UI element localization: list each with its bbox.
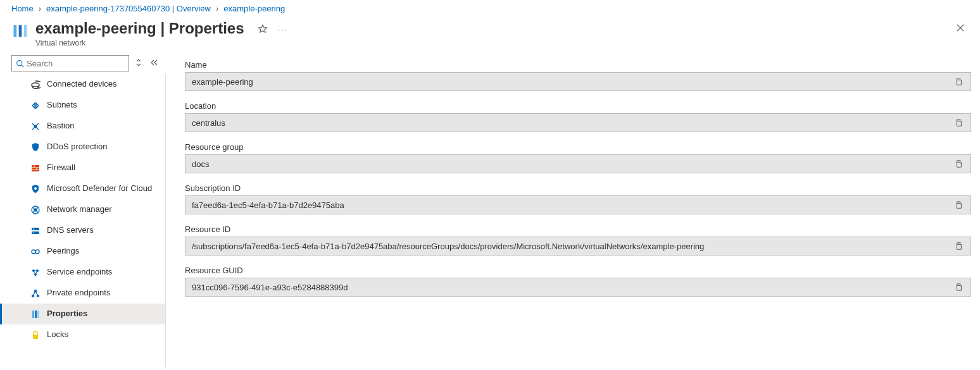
sidebar-item-label: Service endpoints	[47, 267, 112, 277]
svg-rect-38	[957, 203, 961, 208]
copy-button[interactable]	[953, 240, 964, 252]
svg-rect-1	[19, 25, 22, 37]
sidebar-item-label: Network manager	[47, 204, 112, 214]
svg-line-6	[22, 65, 23, 66]
sidebar-item-microsoft-defender-for-cloud[interactable]: Microsoft Defender for Cloud	[0, 178, 165, 199]
sidebar-item-label: Microsoft Defender for Cloud	[47, 183, 152, 194]
property-field: Resource GUID931cc096-7596-491e-a93c-e52…	[185, 266, 971, 297]
sidebar-item-locks[interactable]: Locks	[0, 324, 165, 345]
property-field: Nameexample-peering	[185, 60, 971, 91]
search-icon	[16, 59, 24, 68]
page-title: example-peering | Properties	[35, 20, 244, 37]
copy-button[interactable]	[953, 76, 964, 87]
sidebar-search-box[interactable]	[11, 55, 129, 71]
sidebar-item-service-endpoints[interactable]: Service endpoints	[0, 262, 165, 283]
property-field: Resource ID/subscriptions/fa7eed6a-1ec5-…	[185, 225, 971, 256]
property-value-box: fa7eed6a-1ec5-4efa-b71a-b7d2e9475aba	[185, 195, 971, 214]
subnets-icon	[30, 101, 41, 111]
copy-button[interactable]	[953, 281, 964, 293]
sidebar-item-properties[interactable]: Properties	[0, 304, 165, 324]
sidebar-item-label: Bastion	[47, 121, 74, 131]
property-value: centralus	[192, 118, 953, 128]
property-label: Name	[185, 60, 971, 70]
sidebar-search-row	[0, 52, 166, 74]
defender-icon	[30, 184, 41, 194]
svg-point-18	[34, 209, 37, 211]
svg-rect-35	[957, 80, 961, 85]
sidebar-item-label: Connected devices	[47, 79, 117, 89]
breadcrumb-link-home[interactable]: Home	[11, 4, 34, 13]
copy-button[interactable]	[953, 117, 964, 128]
favorite-button[interactable]	[256, 22, 270, 36]
svg-point-21	[33, 228, 34, 230]
vnet-icon	[11, 22, 29, 40]
property-label: Resource group	[185, 142, 971, 152]
copy-button[interactable]	[953, 158, 964, 170]
svg-point-7	[32, 83, 39, 87]
sidebar-item-label: Properties	[47, 309, 87, 319]
sidebar-item-label: Peerings	[47, 246, 79, 256]
svg-rect-34	[33, 335, 38, 339]
sidebar-item-dns-servers[interactable]: DNS servers	[0, 220, 165, 241]
svg-rect-39	[957, 244, 961, 249]
sidebar-item-label: DNS servers	[47, 225, 94, 235]
svg-point-10	[34, 125, 37, 128]
property-value-box: /subscriptions/fa7eed6a-1ec5-4efa-b71a-b…	[185, 237, 971, 256]
page-subtitle: Virtual network	[35, 39, 244, 47]
sidebar-item-bastion[interactable]: Bastion	[0, 116, 165, 137]
svg-rect-36	[957, 121, 961, 126]
svg-rect-11	[32, 165, 39, 171]
svg-point-23	[32, 250, 35, 254]
sidebar-item-private-endpoints[interactable]: Private endpoints	[0, 283, 165, 304]
property-field: Locationcentralus	[185, 101, 971, 132]
svg-rect-19	[32, 228, 39, 230]
header-actions: ···	[256, 22, 290, 36]
devices-icon	[30, 80, 41, 90]
breadcrumb-link-resource[interactable]: example-peering	[223, 4, 285, 13]
properties-icon	[30, 309, 41, 319]
breadcrumb-separator: ›	[39, 4, 41, 13]
svg-point-5	[17, 60, 22, 65]
sidebar-item-connected-devices[interactable]: Connected devices	[0, 74, 165, 95]
svg-rect-0	[14, 25, 17, 37]
breadcrumb-separator: ›	[216, 4, 218, 13]
svg-point-28	[32, 295, 34, 297]
svg-point-30	[35, 290, 37, 292]
bastion-icon	[30, 121, 41, 132]
svg-rect-40	[957, 285, 961, 290]
property-value: example-peering	[192, 77, 953, 87]
property-value-box: centralus	[185, 113, 971, 132]
breadcrumb-link-overview[interactable]: example-peering-1737055460730 | Overview	[46, 4, 211, 13]
property-value-box: docs	[185, 154, 971, 173]
sidebar-item-firewall[interactable]: Firewall	[0, 157, 165, 178]
svg-rect-31	[32, 311, 34, 318]
property-label: Resource GUID	[185, 266, 971, 275]
property-value: fa7eed6a-1ec5-4efa-b71a-b7d2e9475aba	[192, 200, 953, 210]
property-value: 931cc096-7596-491e-a93c-e5284888399d	[192, 283, 953, 292]
sidebar-item-ddos-protection[interactable]: DDoS protection	[0, 137, 165, 157]
sidebar-item-label: Locks	[47, 330, 68, 340]
search-input[interactable]	[24, 59, 125, 68]
sidebar-item-label: Firewall	[47, 163, 75, 173]
sidebar-item-network-manager[interactable]: Network manager	[0, 199, 165, 220]
page-header: example-peering | Properties Virtual net…	[0, 17, 980, 52]
property-value-box: 931cc096-7596-491e-a93c-e5284888399d	[185, 278, 971, 297]
svg-rect-2	[24, 25, 27, 37]
sidebar-nav: Connected devicesSubnetsBastionDDoS prot…	[0, 74, 166, 367]
peerings-icon	[30, 247, 41, 257]
svg-point-22	[33, 232, 34, 233]
svg-point-24	[35, 250, 39, 254]
sidebar-item-label: Subnets	[47, 100, 77, 110]
sidebar-item-label: DDoS protection	[47, 142, 107, 152]
more-actions-button[interactable]: ···	[276, 22, 290, 36]
sidebar-item-subnets[interactable]: Subnets	[0, 95, 165, 116]
close-button[interactable]	[956, 23, 965, 35]
expand-collapse-toggle[interactable]	[134, 57, 143, 70]
sidebar-item-label: Private endpoints	[47, 288, 110, 298]
svg-point-16	[34, 187, 37, 190]
property-field: Subscription IDfa7eed6a-1ec5-4efa-b71a-b…	[185, 183, 971, 214]
dns-icon	[30, 226, 41, 236]
sidebar-item-peerings[interactable]: Peerings	[0, 241, 165, 262]
collapse-sidebar-button[interactable]	[148, 58, 160, 70]
copy-button[interactable]	[953, 199, 964, 211]
